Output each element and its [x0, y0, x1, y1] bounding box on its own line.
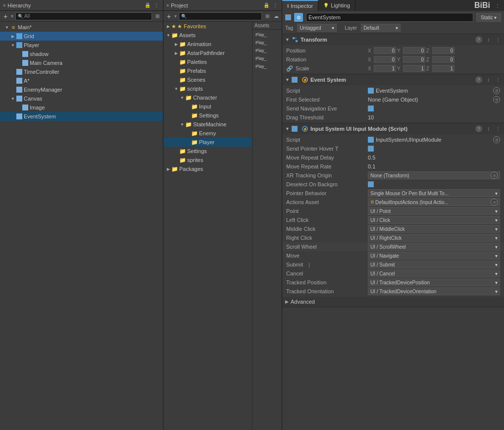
eventsystem-enable-checkbox[interactable] [292, 77, 298, 83]
project-settings2[interactable]: 📁 Settings [163, 147, 252, 156]
im-left-click-dropdown[interactable]: UI / Click ▾ [368, 216, 500, 224]
project-input[interactable]: 📁 Input [163, 102, 252, 111]
im-scroll-wheel-dropdown[interactable]: UI / ScrollWheel ▾ [368, 243, 500, 251]
project-animation[interactable]: ▶ 📁 Animation [163, 40, 252, 49]
advanced-row[interactable]: ▶ Advanced [282, 297, 504, 307]
tab-lighting[interactable]: 💡 Lighting [318, 0, 355, 11]
im-send-pointer-checkbox[interactable] [368, 146, 374, 152]
project-lock-icon[interactable]: 🔒 [263, 2, 270, 9]
project-packages[interactable]: ▶ 📁 Packages [163, 164, 252, 173]
inputmodule-settings-icon[interactable]: ⁝ [484, 126, 492, 132]
transform-more-icon[interactable]: ⋮ [494, 37, 502, 43]
tree-item-main[interactable]: ▼ ≡ Main* [0, 23, 163, 32]
tree-item-shadow[interactable]: shadow [0, 50, 163, 58]
project-cloud-icon[interactable]: ☁ [273, 13, 280, 20]
scl-x-input[interactable] [374, 65, 396, 72]
project-search-box[interactable]: 🔍 [179, 12, 262, 20]
eventsystem-help-btn[interactable]: ? [475, 76, 482, 83]
tag-dropdown[interactable]: Untagged ▾ [297, 24, 337, 32]
im-point-dropdown[interactable]: UI / Point ▾ [368, 207, 500, 215]
im-deselect-checkbox[interactable] [368, 181, 374, 187]
es-send-nav-checkbox[interactable] [368, 106, 374, 111]
tab-inspector[interactable]: ℹ Inspector [282, 0, 318, 11]
tree-item-grid[interactable]: ▶ Grid [0, 32, 163, 41]
inputmodule-enable-checkbox[interactable] [292, 126, 298, 132]
eventsystem-more-icon[interactable]: ⋮ [494, 77, 502, 83]
tree-item-maincamera[interactable]: Main Camera [0, 58, 163, 67]
im-right-click-dropdown[interactable]: UI / RightClick ▾ [368, 234, 500, 242]
im-pointer-behavior-dropdown[interactable]: Single Mouse Or Pen But Multi To... ▾ [368, 189, 500, 197]
transform-settings-icon[interactable]: ⁝ [484, 37, 492, 43]
im-xr-tracking-dropdown[interactable]: None (Transform) ⊙ [368, 171, 500, 179]
es-script-target-btn[interactable]: ⊙ [493, 87, 500, 94]
im-middle-click-dropdown[interactable]: UI / MiddleClick ▾ [368, 225, 500, 233]
asset-item[interactable]: Play_ [253, 62, 281, 70]
im-tracked-orientation-dropdown[interactable]: UI / TrackedDeviceOrientation ▾ [368, 287, 500, 295]
pos-x-input[interactable] [374, 47, 396, 54]
static-button[interactable]: Static ▾ [476, 13, 501, 22]
hierarchy-more-icon[interactable]: ⋮ [153, 2, 160, 9]
transform-help-btn[interactable]: ? [475, 36, 482, 43]
layer-dropdown[interactable]: Default ▾ [361, 24, 401, 32]
im-move-dropdown[interactable]: UI / Navigate ▾ [368, 252, 500, 260]
inspector-more-icon[interactable]: ⋮ [494, 2, 501, 9]
tree-item-eventsystem[interactable]: EventSystem [0, 112, 163, 121]
project-assets-root[interactable]: ▼ 📁 Assets [163, 31, 252, 40]
im-submit-dropdown[interactable]: UI / Submit ▾ [368, 261, 500, 269]
asset-item[interactable]: Play_ [253, 31, 281, 39]
im-script-target-btn[interactable]: ⊙ [493, 136, 500, 143]
project-layout-icon[interactable]: ⊞ [264, 13, 271, 20]
project-player[interactable]: 📁 Player [163, 138, 252, 147]
project-statemachine[interactable]: ▼ 📁 StateMachine [163, 120, 252, 129]
eventsystem-header[interactable]: ▼ ⚡ Event System ? ⁝ ⋮ [282, 74, 504, 85]
project-scenes[interactable]: 📁 Scenes [163, 75, 252, 84]
scl-y-label: Y [397, 66, 402, 71]
inputmodule-more-icon[interactable]: ⋮ [494, 126, 502, 132]
rot-x-input[interactable] [374, 56, 396, 63]
eventsystem-settings-icon[interactable]: ⁝ [484, 77, 492, 83]
asset-item[interactable]: Play_ [253, 54, 281, 62]
project-add-btn[interactable]: + [165, 13, 172, 20]
im-tracked-position-dropdown[interactable]: UI / TrackedDevicePosition ▾ [368, 278, 500, 286]
im-cancel-dropdown[interactable]: UI / Cancel ▾ [368, 269, 500, 277]
project-character[interactable]: ▼ 📁 Character [163, 93, 252, 102]
asset-item[interactable]: Play_ [253, 39, 281, 47]
project-sprites[interactable]: 📁 sprites [163, 156, 252, 164]
hierarchy-lock-icon[interactable]: 🔒 [144, 2, 151, 9]
scl-y-input[interactable] [403, 65, 425, 72]
project-settings[interactable]: 📁 Settings [163, 111, 252, 120]
transform-header[interactable]: ▼ Transform ? ⁝ ⋮ [282, 34, 504, 45]
inputmodule-help-btn[interactable]: ? [475, 125, 482, 132]
tree-item-enemymanager[interactable]: EnemyManager [0, 85, 163, 94]
tree-item-image[interactable]: Image [0, 103, 163, 112]
pos-z-input[interactable] [432, 47, 454, 54]
tree-item-astar[interactable]: A* [0, 76, 163, 85]
project-palettes[interactable]: 📁 Palettes [163, 57, 252, 66]
es-first-selected-target-btn[interactable]: ⊙ [493, 96, 500, 103]
folder-icon: 📁 [171, 32, 178, 39]
gameobject-active-checkbox[interactable] [285, 14, 291, 20]
project-enemy[interactable]: 📁 Enemy [163, 129, 252, 138]
rot-y-input[interactable] [403, 56, 425, 63]
inputmodule-header[interactable]: ▼ ⚡ Input System UI Input Module (Script… [282, 123, 504, 134]
hierarchy-add-btn[interactable]: + [2, 13, 9, 20]
project-prefabs[interactable]: 📁 Prefabs [163, 66, 252, 75]
im-xr-tracking-target-btn[interactable]: ⊙ [491, 172, 498, 179]
asset-item[interactable]: Play_ [253, 47, 281, 54]
project-astar[interactable]: ▶ 📁 AstarPathfinder [163, 49, 252, 57]
tree-item-player[interactable]: ▼ Player [0, 41, 163, 50]
scale-label: 🔗 Scale [286, 65, 368, 72]
scl-z-input[interactable] [432, 65, 454, 72]
lighting-tab-label: Lighting [331, 2, 350, 8]
gameobject-name-input[interactable] [306, 13, 473, 22]
favorites-item[interactable]: ▶ ★ ★ Favorites [163, 22, 252, 31]
im-actions-asset-target-btn[interactable]: ⊙ [491, 199, 498, 206]
rot-z-input[interactable] [432, 56, 454, 63]
tree-item-canvas[interactable]: ▼ Canvas [0, 94, 163, 103]
tree-item-timecontroller[interactable]: TimeController [0, 67, 163, 76]
hierarchy-filter-icon[interactable]: ⊞ [154, 13, 161, 20]
im-actions-asset-ref[interactable]: ⚙ DefaultInputActions (Input Actio... ⊙ [368, 198, 500, 206]
project-more-icon[interactable]: ⋮ [272, 2, 279, 9]
project-scripts[interactable]: ▼ 📁 scripts [163, 84, 252, 93]
pos-y-input[interactable] [403, 47, 425, 54]
